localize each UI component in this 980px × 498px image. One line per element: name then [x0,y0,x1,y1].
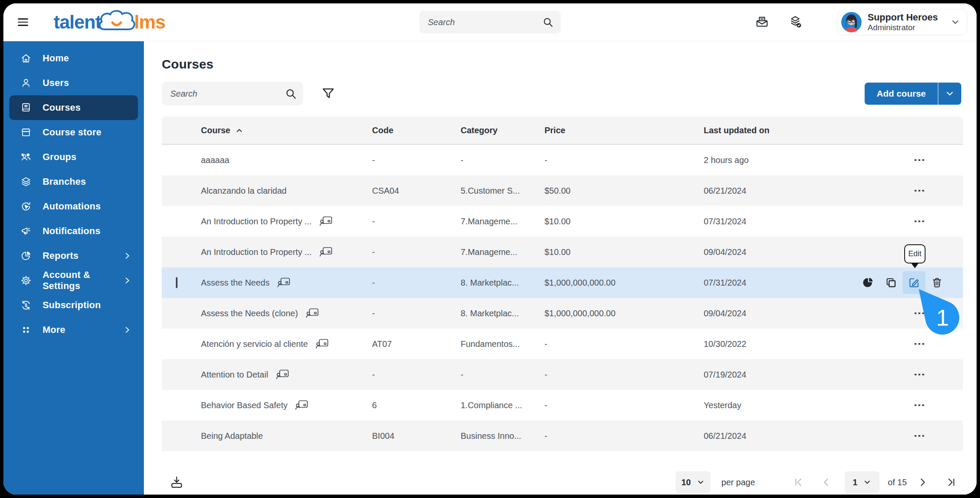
sidebar-item-label: Account & Settings [43,269,112,292]
column-header-last-updated[interactable]: Last updated on [704,126,899,135]
sidebar-item-notifications[interactable]: Notifications [9,219,138,243]
current-page-select[interactable]: 1 [845,471,880,493]
sidebar-item-reports[interactable]: Reports [9,243,138,268]
filter-icon[interactable] [321,86,335,101]
sidebar-item-branches[interactable]: Branches [9,169,138,194]
export-download-icon[interactable] [169,475,184,489]
previous-page-button[interactable] [821,477,832,488]
sidebar-item-course-store[interactable]: Course store [9,120,138,145]
course-price: $50.00 [544,186,704,196]
user-menu[interactable]: Support Heroes Administrator [837,9,967,35]
course-name[interactable]: An Introduction to Property ... [201,217,312,226]
sidebar-item-home[interactable]: Home [9,46,138,71]
course-last-updated: 09/04/2024 [704,309,899,318]
row-checkbox[interactable] [176,277,178,288]
course-name[interactable]: Assess the Needs [201,278,269,288]
course-code: - [372,217,461,226]
course-name[interactable]: aaaaaa [201,155,229,165]
row-menu-button[interactable] [899,152,963,169]
storefront-icon [20,127,32,138]
row-menu-button[interactable] [899,213,963,230]
course-stack-icon[interactable] [788,15,802,29]
courses-search-input[interactable] [170,89,284,99]
sidebar-item-groups[interactable]: Groups [9,145,138,169]
course-category: - [461,370,544,380]
table-row[interactable]: Attention to Detail---07/19/2024 [162,359,963,390]
first-page-button[interactable] [793,477,804,488]
table-row[interactable]: Behavior Based Safety61.Compliance ...-Y… [162,390,963,421]
table-row[interactable]: Assess the Needs-8. Marketplac...$1,000,… [162,267,963,298]
column-header-course[interactable]: Course [201,126,372,135]
row-menu-button[interactable] [899,182,963,199]
course-category: 7.Manageme... [461,247,544,257]
global-search [419,11,561,34]
course-code: BI004 [372,431,461,441]
app-window: talent lms [3,3,977,495]
instructor-led-icon [319,246,333,258]
course-name[interactable]: Being Adaptable [201,431,263,441]
sidebar-item-label: Users [43,77,69,89]
sidebar-item-label: Notifications [43,226,100,237]
per-page-label: per page [722,478,755,487]
main-content: Courses Add course [144,41,977,495]
course-name[interactable]: Atención y servicio al cliente [201,339,308,349]
page-size-select[interactable]: 10 [676,471,711,493]
clone-course-icon[interactable] [880,271,903,294]
add-course-dropdown-button[interactable] [938,83,961,105]
search-icon[interactable] [284,87,297,100]
user-icon [20,77,32,89]
course-price: $10.00 [544,217,704,226]
instructor-led-icon [315,338,329,349]
talentlms-logo: talent lms [54,9,165,35]
column-header-price[interactable]: Price [544,126,704,135]
global-search-input[interactable] [428,17,542,27]
table-row[interactable]: An Introduction to Property ...-7.Manage… [162,237,963,267]
course-name[interactable]: Alcanzando la claridad [201,186,287,196]
column-header-category[interactable]: Category [461,126,544,135]
table-row[interactable]: Atención y servicio al clienteAT07Fundam… [162,329,963,359]
course-code: - [372,309,461,318]
last-page-button[interactable] [946,477,957,488]
chevron-right-icon [123,251,132,260]
table-row[interactable]: Being AdaptableBI004Business Inno...-06/… [162,421,963,451]
chevron-right-icon [123,325,132,335]
sidebar-item-label: Branches [43,176,86,187]
sidebar-item-account-settings[interactable]: Account & Settings [9,268,138,293]
svg-text:$: $ [25,303,27,308]
sidebar-item-courses[interactable]: Courses [9,95,138,120]
course-name[interactable]: Behavior Based Safety [201,401,287,410]
sidebar: HomeUsersCoursesCourse storeGroupsBranch… [3,41,144,495]
course-last-updated: 06/21/2024 [704,431,899,441]
add-course-button[interactable]: Add course [865,83,938,105]
chevron-right-icon [123,276,132,285]
course-category: 7.Manageme... [461,217,544,226]
column-header-code[interactable]: Code [372,126,461,135]
topbar: talent lms [3,3,977,41]
sidebar-item-automations[interactable]: Automations [9,194,138,219]
page-title: Courses [162,57,977,72]
table-row[interactable]: An Introduction to Property ...-7.Manage… [162,206,963,237]
sidebar-item-users[interactable]: Users [9,71,138,95]
logo-text-lms: lms [134,11,165,33]
sidebar-item-more[interactable]: More [9,318,138,342]
course-reports-icon[interactable] [857,271,880,294]
hamburger-menu-button[interactable] [18,14,35,31]
course-name[interactable]: Attention to Detail [201,370,268,380]
table-row[interactable]: Alcanzando la claridadCSA045.Customer S.… [162,175,963,206]
course-price: - [544,339,704,349]
row-menu-button[interactable] [899,427,963,444]
search-icon[interactable] [542,16,554,28]
instructor-led-icon [306,308,319,319]
course-name[interactable]: Assess the Needs (clone) [201,309,298,318]
sidebar-item-subscription[interactable]: $Subscription [9,293,138,318]
course-name[interactable]: An Introduction to Property ... [201,247,312,257]
chevron-down-icon [945,89,954,98]
messages-icon[interactable] [755,15,769,29]
course-price: - [544,401,704,410]
row-menu-button[interactable] [899,366,963,383]
next-page-button[interactable] [917,477,928,488]
row-menu-button[interactable] [899,397,963,414]
table-row[interactable]: aaaaaa---2 hours ago [162,145,963,175]
pagination-bar: 10 per page 1 of 15 [162,471,963,494]
table-row[interactable]: Assess the Needs (clone)-8. Marketplac..… [162,298,963,329]
